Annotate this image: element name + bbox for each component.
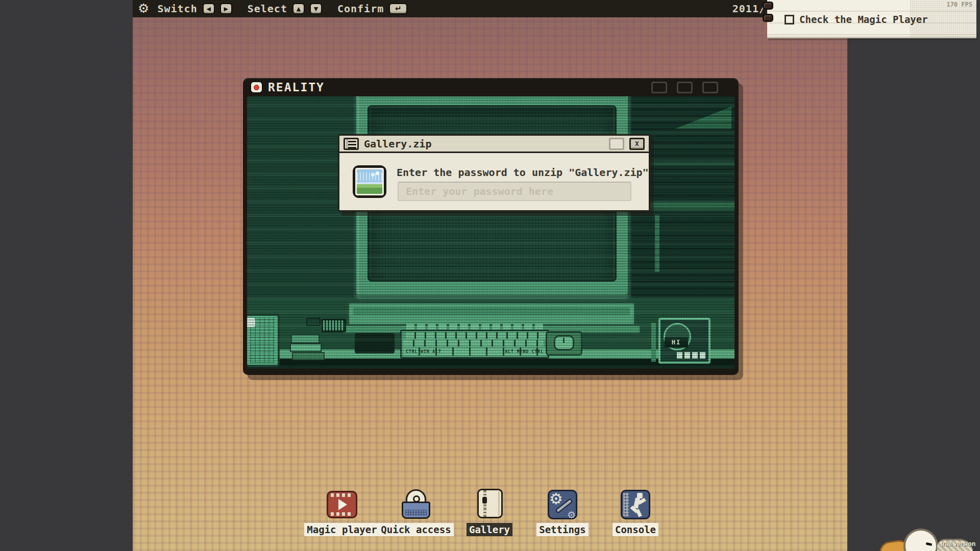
confirm-enter-key-icon[interactable]: ↵ — [389, 3, 407, 14]
scene-monitor-base — [347, 302, 636, 326]
screen: ⚙ Switch ◀ ▶ Select ▲ ▼ Confirm ↵ 2011/ … — [0, 0, 980, 551]
scene-keyboard-function-row — [406, 324, 543, 330]
reality-titlebar[interactable]: REALITY — [243, 78, 739, 96]
scene-mousepad — [546, 331, 582, 356]
icon-label-selected: Gallery — [467, 523, 512, 536]
scene-keyboard: CTRL WIN ALT ALT MENU CTRL — [400, 324, 549, 359]
paper-pin-icon — [763, 2, 773, 10]
scene-keyboard-bottom-row: CTRL WIN ALT ALT MENU CTRL — [403, 347, 546, 356]
gear-icon: ⚙ — [567, 509, 576, 520]
reality-window: REALITY — [243, 78, 739, 375]
scene-box-a — [291, 334, 320, 343]
gallery-image-art — [357, 169, 382, 194]
window-button-1[interactable] — [651, 82, 667, 93]
select-down-key-icon[interactable]: ▼ — [310, 3, 322, 14]
scene-keyboard-row — [403, 340, 544, 346]
scene-cassette-deck — [322, 319, 346, 332]
task-row: Check the Magic Player — [785, 14, 928, 25]
date-text: 2011/ — [732, 3, 766, 15]
dialog-title: Gallery.zip — [364, 138, 431, 150]
scene-keyboard-left-legends: CTRL WIN ALT — [406, 349, 442, 354]
scene-keyboard-row — [406, 332, 546, 339]
task-label: Check the Magic Player — [799, 14, 928, 25]
magic-player-checkbox[interactable] — [785, 15, 794, 24]
scene-keyboard-right-legends: ALT MENU CTRL — [505, 349, 544, 354]
reality-window-title: REALITY — [268, 81, 325, 94]
dialog-body: Enter the password to unzip "Gallery.zip… — [339, 153, 649, 210]
switch-label: Switch — [157, 3, 197, 15]
zipper-pull-shape — [482, 497, 487, 504]
icon-label: Settings — [536, 523, 589, 536]
scene-player-label: HI — [665, 337, 688, 347]
scene-keyboard-base: CTRL WIN ALT ALT MENU CTRL — [400, 330, 549, 359]
gallery-zip-dialog: Gallery.zip X Enter the password to unzi… — [338, 134, 650, 212]
bag-body-shape — [402, 502, 430, 519]
record-icon — [250, 81, 263, 93]
scene-notepad — [355, 333, 395, 354]
play-triangle-icon — [338, 499, 347, 510]
scene-player-buttons — [677, 352, 706, 359]
dialog-titlebar[interactable]: Gallery.zip X — [339, 136, 649, 153]
quick-access-icon — [400, 489, 432, 520]
scene-small-box — [306, 318, 321, 326]
gallery-image-frame — [355, 168, 384, 195]
fps-counter: 170 FPS — [946, 1, 972, 8]
scene-shelf-triangle — [674, 107, 731, 129]
magic-player-icon — [326, 489, 358, 520]
icon-label: Console — [612, 523, 658, 536]
window-button-3[interactable] — [702, 82, 718, 93]
switch-prev-key-icon[interactable]: ◀ — [203, 3, 215, 14]
window-button-2[interactable] — [677, 82, 693, 93]
scene-box-c — [292, 352, 325, 360]
scene-music-player: HI — [658, 318, 710, 364]
gallery-icon — [474, 489, 505, 520]
scene-box-b — [290, 343, 322, 352]
task-note-panel: 170 FPS Check the Magic Player — [767, 0, 976, 38]
scene-mouse — [554, 335, 574, 350]
icon-label: Magic player — [304, 523, 379, 536]
pouch-edge-shade — [498, 491, 500, 516]
desktop-icon-console[interactable]: Console — [592, 489, 679, 536]
dialog-close-button[interactable]: X — [629, 138, 645, 150]
scene-shelf-pipe — [655, 215, 659, 272]
dialog-message: Enter the password to unzip "Gallery.zip… — [397, 166, 649, 179]
control-hints-bar: ⚙ Switch ◀ ▶ Select ▲ ▼ Confirm ↵ 2011/ — [133, 0, 847, 17]
dialog-blank-button[interactable] — [609, 138, 624, 150]
scene-shelf-slab — [638, 202, 734, 211]
duck-head — [903, 529, 938, 551]
scene-player-label-strip — [651, 323, 656, 362]
scene-mug — [247, 318, 255, 327]
zip-file-icon — [344, 138, 359, 150]
trial-version-text: trial version — [941, 540, 975, 547]
password-input[interactable] — [398, 182, 631, 201]
console-icon — [620, 489, 651, 520]
select-up-key-icon[interactable]: ▲ — [292, 3, 305, 14]
select-label: Select — [248, 3, 287, 15]
film-holes — [331, 512, 353, 516]
switch-next-key-icon[interactable]: ▶ — [220, 3, 232, 14]
icon-label: Quick access — [378, 523, 453, 536]
settings-icon: ⚙ ⚙ — [547, 489, 578, 520]
dither-dots — [623, 493, 629, 516]
paper-pin-icon — [763, 14, 773, 22]
film-holes — [331, 493, 353, 497]
confirm-label: Confirm — [337, 3, 384, 15]
gear-icon[interactable]: ⚙ — [138, 0, 149, 17]
gallery-image-icon — [353, 165, 386, 198]
zipper-shape — [483, 490, 486, 517]
